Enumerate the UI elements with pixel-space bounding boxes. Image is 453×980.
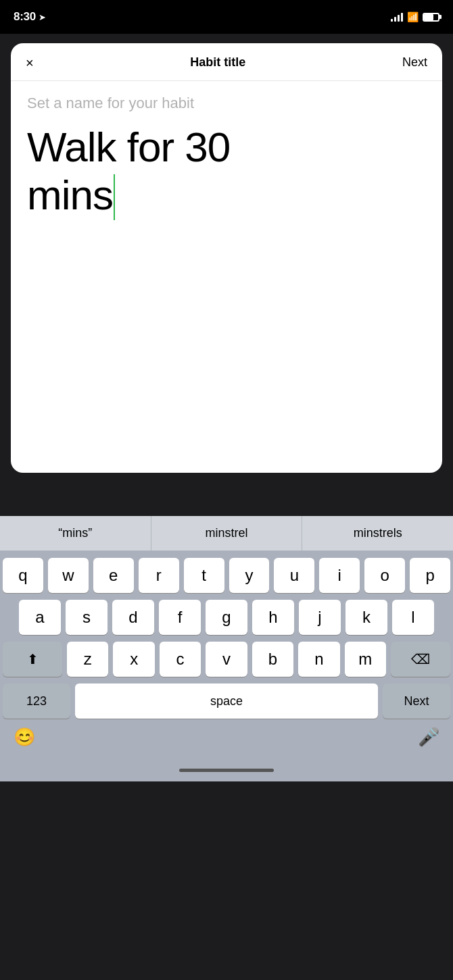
key-x[interactable]: x [113,642,154,677]
habit-text-line1: Walk for 30 [27,124,230,170]
status-icons: 📶 [391,11,439,22]
close-button[interactable]: × [26,56,34,70]
space-key[interactable]: space [75,684,378,719]
key-g[interactable]: g [206,600,247,635]
key-y[interactable]: y [229,558,270,593]
key-row-3: ⬆ z x c v b n m ⌫ [3,642,450,677]
key-r[interactable]: r [139,558,179,593]
key-j[interactable]: j [299,600,341,635]
habit-text-line2: mins [27,172,113,218]
key-v[interactable]: v [206,642,247,677]
wifi-icon: 📶 [407,11,419,22]
number-key[interactable]: 123 [3,684,70,719]
autocomplete-minstrel[interactable]: minstrel [151,516,303,550]
emoji-icon[interactable]: 😊 [14,727,35,748]
key-i[interactable]: i [319,558,360,593]
key-l[interactable]: l [392,600,434,635]
delete-key[interactable]: ⌫ [391,642,450,677]
keyboard: “mins” minstrel minstrels q w e r t y u … [0,516,453,758]
autocomplete-bar: “mins” minstrel minstrels [0,516,453,551]
key-rows: q w e r t y u i o p a s d f g h j k l ⬆ … [0,551,453,721]
keyboard-bottom-bar: 😊 🎤 [0,721,453,758]
home-indicator [0,758,453,781]
key-a[interactable]: a [19,600,61,635]
modal-card: × Habit title Next Set a name for your h… [11,43,442,473]
key-row-4: 123 space Next [3,684,450,719]
status-time: 8:30 [14,10,36,24]
status-bar: 8:30 ➤ 📶 [0,0,453,34]
home-bar [179,769,274,772]
dark-gap [0,482,453,516]
signal-bars-icon [391,12,403,22]
battery-icon [423,13,439,22]
key-f[interactable]: f [159,600,201,635]
key-q[interactable]: q [3,558,43,593]
key-w[interactable]: w [48,558,89,593]
key-p[interactable]: p [410,558,450,593]
text-cursor [114,174,115,220]
location-icon: ➤ [39,12,46,22]
modal-header: × Habit title Next [11,43,442,81]
key-c[interactable]: c [160,642,201,677]
key-row-1: q w e r t y u i o p [3,558,450,593]
key-z[interactable]: z [67,642,108,677]
autocomplete-minstrels[interactable]: minstrels [302,516,453,550]
modal-title: Habit title [190,55,245,70]
key-e[interactable]: e [93,558,134,593]
key-t[interactable]: t [184,558,224,593]
habit-text-input[interactable]: Walk for 30 mins [27,118,426,222]
key-u[interactable]: u [274,558,314,593]
autocomplete-mins[interactable]: “mins” [0,516,151,550]
key-d[interactable]: d [112,600,154,635]
key-k[interactable]: k [345,600,387,635]
mic-icon[interactable]: 🎤 [418,727,439,748]
key-m[interactable]: m [345,642,386,677]
shift-key[interactable]: ⬆ [3,642,62,677]
modal-body: Set a name for your habit Walk for 30 mi… [11,81,442,473]
next-button-top[interactable]: Next [402,55,427,70]
key-n[interactable]: n [298,642,339,677]
key-h[interactable]: h [252,600,294,635]
key-row-2: a s d f g h j k l [3,600,450,635]
next-key-keyboard[interactable]: Next [383,684,450,719]
habit-placeholder: Set a name for your habit [27,95,426,112]
key-s[interactable]: s [66,600,108,635]
key-o[interactable]: o [364,558,405,593]
key-b[interactable]: b [252,642,293,677]
